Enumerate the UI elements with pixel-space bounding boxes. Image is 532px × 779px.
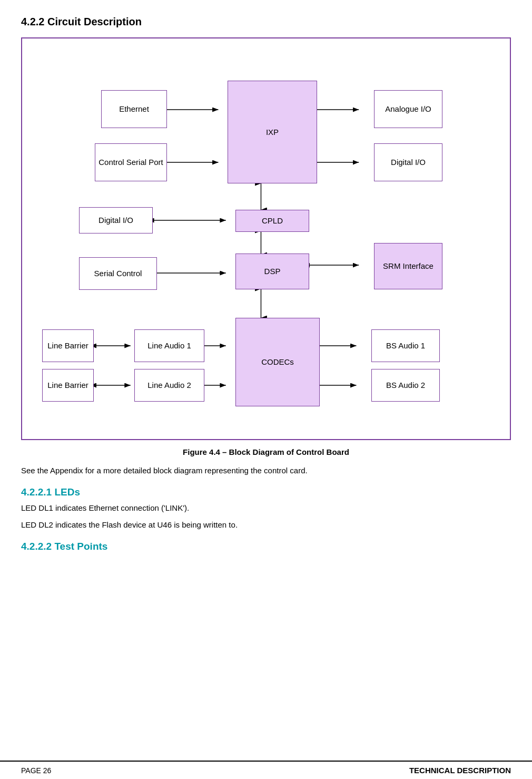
footer-description: TECHNICAL DESCRIPTION <box>409 766 511 775</box>
line-audio-2-block: Line Audio 2 <box>134 369 204 402</box>
ixp-block: IXP <box>228 81 317 183</box>
led-dl2-text: LED DL2 indicates the Flash device at U4… <box>21 519 511 531</box>
dsp-block: DSP <box>235 254 309 289</box>
section-title: 4.2.2 Circuit Description <box>21 16 511 28</box>
footer-page-number: PAGE 26 <box>21 766 51 775</box>
line-audio-1-block: Line Audio 1 <box>134 329 204 362</box>
codecs-block: CODECs <box>235 318 320 406</box>
cpld-block: CPLD <box>235 210 309 232</box>
diagram-inner: Ethernet IXP Analogue I/O Control Serial… <box>33 49 499 429</box>
digital-io-right-block: Digital I/O <box>374 143 442 181</box>
analogue-io-block: Analogue I/O <box>374 90 442 128</box>
line-barrier-1-block: Line Barrier <box>42 329 94 362</box>
digital-io-left-block: Digital I/O <box>79 207 153 233</box>
bs-audio-1-block: BS Audio 1 <box>371 329 440 362</box>
body-text-1: See the Appendix for a more detailed blo… <box>21 465 511 477</box>
bs-audio-2-block: BS Audio 2 <box>371 369 440 402</box>
block-diagram: Ethernet IXP Analogue I/O Control Serial… <box>21 37 511 440</box>
page-footer: PAGE 26 TECHNICAL DESCRIPTION <box>0 761 532 779</box>
srm-interface-block: SRM Interface <box>374 243 442 289</box>
led-dl1-text: LED DL1 indicates Ethernet connection ('… <box>21 502 511 514</box>
figure-caption: Figure 4.4 – Block Diagram of Control Bo… <box>21 447 511 456</box>
subsection-4222-title: 4.2.2.2 Test Points <box>21 541 511 552</box>
serial-control-block: Serial Control <box>79 257 157 290</box>
control-serial-port-block: Control Serial Port <box>95 143 167 181</box>
line-barrier-2-block: Line Barrier <box>42 369 94 402</box>
subsection-4221-title: 4.2.2.1 LEDs <box>21 486 511 498</box>
ethernet-block: Ethernet <box>101 90 167 128</box>
page-content: 4.2.2 Circuit Description <box>0 0 532 552</box>
